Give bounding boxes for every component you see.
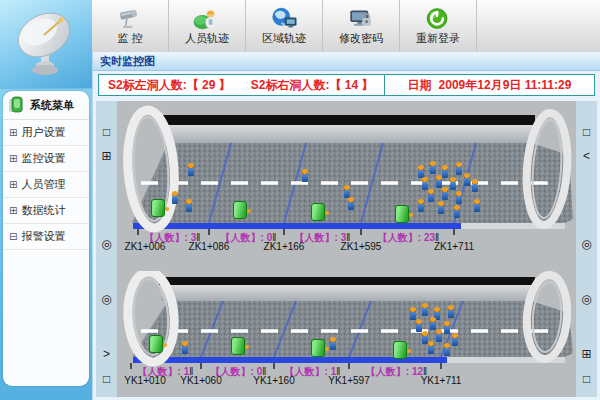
reader-device (233, 201, 247, 219)
chainage-label: ZK1+595 (341, 241, 382, 252)
toolbar-button-label: 修改密码 (339, 31, 383, 46)
sidebar-item-label: 用户设置 (21, 125, 65, 140)
camera-dome-icon: ◎ (576, 293, 597, 305)
date-label: 日期 (408, 77, 432, 94)
toolbar-button-change-password[interactable]: 修改密码 (323, 0, 400, 52)
area-track-icon (269, 6, 299, 31)
date-value: 2009年12月9日 11:11:29 (439, 77, 572, 94)
person-marker (437, 201, 445, 214)
tab-realtime-monitor[interactable]: 实时监控图 (93, 52, 600, 71)
toolbar-button-camera[interactable]: 监 控 (92, 0, 169, 52)
person-marker (463, 173, 471, 186)
toolbar-button-label: 监 控 (117, 31, 142, 46)
person-marker (443, 321, 451, 334)
chainage-label: YK1+010 (124, 375, 165, 386)
system-menu-icon (8, 96, 26, 114)
sidebar: 系统菜单 ⊞用户设置⊞监控设置⊞人员管理⊞数据统计⊟报警设置 (0, 0, 92, 400)
toolbar-spacer (477, 0, 600, 52)
person-marker (347, 197, 355, 210)
reader-device (395, 205, 409, 223)
branch-sign-icon: > (96, 348, 117, 360)
tunnel-counts: S2标左洞人数:【 29 】 S2标右洞人数:【 14 】 (99, 77, 384, 94)
person-marker (455, 162, 463, 175)
section-count-label: 【人数】: 23‖ (378, 231, 440, 245)
person-marker (453, 205, 461, 218)
sidebar-item-3[interactable]: ⊞数据统计 (3, 198, 89, 224)
person-marker (187, 163, 195, 176)
square-sign-icon: □ (96, 126, 117, 138)
sidebar-item-4[interactable]: ⊟报警设置 (3, 224, 89, 250)
sidebar-item-label: 监控设置 (21, 151, 65, 166)
reader-device (149, 335, 163, 353)
chainage-label: ZK1+711 (434, 241, 474, 252)
sidebar-item-1[interactable]: ⊞监控设置 (3, 146, 89, 172)
chainage-label: YK1+160 (253, 375, 294, 386)
sidebar-item-0[interactable]: ⊞用户设置 (3, 120, 89, 146)
camera-dome-icon: ◎ (96, 238, 117, 250)
person-marker (427, 341, 435, 354)
system-menu-title: 系统菜单 (30, 98, 74, 113)
app-logo (0, 0, 92, 89)
reader-device (393, 341, 407, 359)
right-device-strip: □<◎◎⊞□ (575, 101, 597, 397)
left-device-strip: □⊞◎◎>□ (96, 101, 118, 397)
chainage-label: YK1+597 (328, 375, 369, 386)
chainage-label: YK1+711 (421, 375, 462, 386)
toolbar-button-area-track[interactable]: 区域轨迹 (246, 0, 323, 52)
system-menu-panel: 系统菜单 ⊞用户设置⊞监控设置⊞人员管理⊞数据统计⊟报警设置 (3, 91, 89, 386)
left-tunnel-count: S2标左洞人数:【 29 】 (108, 77, 231, 94)
person-marker (171, 191, 179, 204)
sidebar-item-2[interactable]: ⊞人员管理 (3, 172, 89, 198)
square-sign-icon: □ (576, 126, 597, 138)
chainage-label: ZK1+006 (125, 241, 166, 252)
person-marker (443, 343, 451, 356)
expand-box-icon[interactable]: ⊞ (9, 180, 17, 190)
grid-sign-icon: ⊞ (96, 150, 117, 162)
person-marker (455, 191, 463, 204)
person-marker (185, 199, 193, 212)
tunnel-drawing (121, 271, 576, 371)
person-marker (447, 305, 455, 318)
toolbar-button-label: 区域轨迹 (262, 31, 306, 46)
tunnel-view-right: 【人数】: 1‖【人数】: 0‖【人数】: 1‖【人数】: 12‖YK1+010… (121, 271, 576, 389)
reader-device (151, 199, 165, 217)
section-count-label: 【人数】: 12‖ (366, 365, 428, 379)
person-marker (473, 199, 481, 212)
toolbar-button-label: 人员轨迹 (185, 31, 229, 46)
person-marker (449, 177, 457, 190)
system-menu-header: 系统菜单 (3, 91, 89, 120)
relogin-icon (423, 6, 453, 31)
branch-sign-icon: < (576, 150, 597, 162)
status-bar: S2标左洞人数:【 29 】 S2标右洞人数:【 14 】 日期 2009年12… (98, 74, 595, 96)
sidebar-item-label: 人员管理 (21, 177, 65, 192)
person-marker (471, 179, 479, 192)
chainage-label: ZK1+086 (189, 241, 230, 252)
datetime: 日期 2009年12月9日 11:11:29 (384, 75, 594, 95)
person-marker (441, 187, 449, 200)
expand-box-icon[interactable]: ⊟ (9, 232, 17, 242)
tunnel-view-left: 【人数】: 3‖【人数】: 0‖【人数】: 3‖【人数】: 23‖ZK1+006… (121, 103, 576, 253)
reader-device (231, 337, 245, 355)
toolbar-button-relogin[interactable]: 重新登录 (400, 0, 477, 52)
expand-box-icon[interactable]: ⊞ (9, 206, 17, 216)
chainage-label: YK1+060 (180, 375, 221, 386)
satellite-dish-icon (10, 8, 82, 80)
person-marker (435, 329, 443, 342)
camera-dome-icon: ◎ (576, 238, 597, 250)
sidebar-item-label: 数据统计 (21, 203, 65, 218)
expand-box-icon[interactable]: ⊞ (9, 128, 17, 138)
chainage-label: ZK1+166 (264, 241, 305, 252)
person-marker (421, 303, 429, 316)
camera-icon (115, 6, 145, 31)
expand-box-icon[interactable]: ⊞ (9, 154, 17, 164)
reader-device (311, 339, 325, 357)
grid-sign-icon: ⊞ (576, 348, 597, 360)
monitor-area: □⊞◎◎>□ □<◎◎⊞□ 【人数】: 3‖【人数】: 0‖【人数】: 3‖【人… (96, 101, 597, 397)
toolbar: 监 控人员轨迹区域轨迹修改密码重新登录 (92, 0, 600, 53)
person-marker (329, 337, 337, 350)
person-marker (451, 333, 459, 346)
toolbar-button-person-track[interactable]: 人员轨迹 (169, 0, 246, 52)
camera-dome-icon: ◎ (96, 293, 117, 305)
person-marker (417, 199, 425, 212)
sidebar-item-label: 报警设置 (21, 229, 65, 244)
